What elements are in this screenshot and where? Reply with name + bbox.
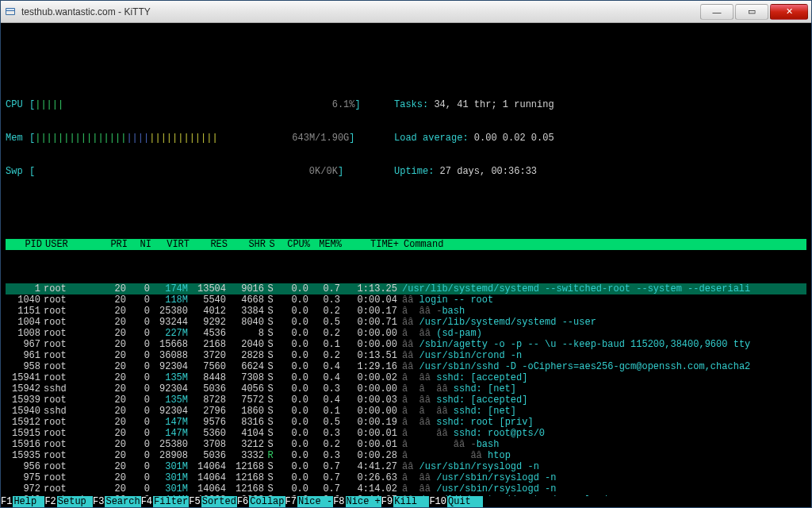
svg-rect-1: [6, 9, 14, 10]
table-row[interactable]: 15940sshd2009230427961860S0.00.10:00.00â…: [6, 406, 806, 417]
table-row[interactable]: 15935root2002890850363332R0.00.30:00.28â…: [6, 450, 806, 461]
fkey-f2[interactable]: F2Setup: [44, 496, 93, 507]
swp-bar: [ 0K/0K]: [29, 166, 370, 177]
col-time[interactable]: TIME+: [342, 239, 399, 250]
window-buttons: — ▭ ✕: [699, 4, 808, 20]
table-row[interactable]: 1040root200118M55404668S0.00.30:00.04ââ …: [6, 294, 806, 306]
fkey-f4[interactable]: F4Filter: [141, 496, 190, 507]
tasks-label: Tasks:: [394, 99, 434, 110]
col-shr[interactable]: SHR: [228, 239, 266, 250]
minimize-button[interactable]: —: [700, 4, 733, 20]
fkey-f1[interactable]: F1Help: [1, 496, 44, 507]
table-row[interactable]: 15941root200135M84487308S0.00.40:00.02â …: [6, 372, 806, 383]
fkey-f6[interactable]: F6Collap: [237, 496, 285, 507]
uptime-label: Uptime:: [394, 166, 440, 177]
fkey-f9[interactable]: F9Kill: [381, 496, 430, 507]
table-row[interactable]: 956root200301M1406412168S0.00.74:41.27ââ…: [6, 461, 806, 472]
table-row[interactable]: 972root200301M1406412168S0.00.74:14.02â …: [6, 483, 806, 495]
col-mem[interactable]: MEM%: [310, 239, 342, 250]
load-label: Load average:: [394, 133, 474, 144]
col-pid[interactable]: PID: [7, 239, 42, 250]
meters: CPU [||||| 6.1%] Tasks: 34, 41 thr; 1 ru…: [6, 77, 806, 199]
swp-label: Swp: [6, 166, 29, 177]
col-pri[interactable]: PRI: [101, 239, 128, 250]
col-user[interactable]: USER: [42, 239, 101, 250]
app-window: testhub.wantastic.com - KiTTY — ▭ ✕ CPU …: [0, 0, 812, 508]
fkey-f7[interactable]: F7Nice -: [285, 496, 334, 507]
table-row[interactable]: 1008root200227M45368S0.00.20:00.00â ââ (…: [6, 328, 806, 339]
fkey-f8[interactable]: F8Nice +: [333, 496, 381, 507]
col-cmd[interactable]: Command: [399, 239, 805, 250]
process-header[interactable]: PID USER PRI NI VIRT RES SHR S CPU% MEM%…: [6, 239, 806, 250]
table-row[interactable]: 15912root200147M95768316S0.00.50:00.19â …: [6, 417, 806, 428]
uptime-value: 27 days, 00:36:33: [440, 166, 537, 177]
fkey-f10[interactable]: F10Quit: [429, 496, 483, 507]
load-value: 0.00 0.02 0.05: [474, 133, 554, 144]
svg-rect-2: [6, 11, 14, 14]
mem-bar: [|||||||||||||||||||||||||||||||| 643M/1…: [29, 133, 370, 144]
table-row[interactable]: 15939root200135M87287572S0.00.40:00.03â …: [6, 394, 806, 406]
cpu-bar: [||||| 6.1%]: [29, 99, 370, 110]
table-row[interactable]: 975root200301M1406412168S0.00.70:26.63â …: [6, 472, 806, 483]
col-cpu[interactable]: CPU%: [278, 239, 310, 250]
col-s[interactable]: S: [266, 239, 278, 250]
mem-label: Mem: [6, 133, 29, 144]
maximize-button[interactable]: ▭: [735, 4, 768, 20]
fkey-f5[interactable]: F5Sorted: [189, 496, 237, 507]
window-title: testhub.wantastic.com - KiTTY: [21, 6, 699, 17]
close-button[interactable]: ✕: [770, 4, 808, 20]
table-row[interactable]: 1151root2002538040123384S0.00.20:00.17â …: [6, 306, 806, 317]
table-row[interactable]: 967root2001566821682040S0.00.10:00.00ââ …: [6, 339, 806, 350]
table-row[interactable]: 961root2003608837202828S0.00.20:13.51ââ …: [6, 350, 806, 361]
titlebar[interactable]: testhub.wantastic.com - KiTTY — ▭ ✕: [1, 1, 811, 23]
col-ni[interactable]: NI: [128, 239, 151, 250]
fkey-f3[interactable]: F3Search: [93, 496, 141, 507]
table-row[interactable]: 958root2009230475606624S0.00.41:29.16ââ …: [6, 361, 806, 372]
col-virt[interactable]: VIRT: [151, 239, 190, 250]
table-row[interactable]: 1004root2009324492928040S0.00.50:00.71ââ…: [6, 317, 806, 328]
col-res[interactable]: RES: [190, 239, 228, 250]
tasks-value: 34, 41 thr; 1 running: [434, 99, 553, 110]
process-list[interactable]: 1root200174M135049016S0.00.71:13.25/usr/…: [6, 283, 806, 507]
table-row[interactable]: 15915root200147M53604104S0.00.30:00.01â …: [6, 428, 806, 439]
cpu-label: CPU: [6, 99, 29, 110]
terminal[interactable]: CPU [||||| 6.1%] Tasks: 34, 41 thr; 1 ru…: [1, 23, 811, 507]
function-keys: F1Help F2Setup F3SearchF4FilterF5SortedF…: [1, 496, 811, 507]
table-row[interactable]: 15942sshd2009230450364056S0.00.30:00.00â…: [6, 383, 806, 394]
app-icon: [4, 6, 17, 18]
table-row[interactable]: 1root200174M135049016S0.00.71:13.25/usr/…: [6, 283, 806, 294]
table-row[interactable]: 15916root2002538037083212S0.00.20:00.01â…: [6, 439, 806, 450]
